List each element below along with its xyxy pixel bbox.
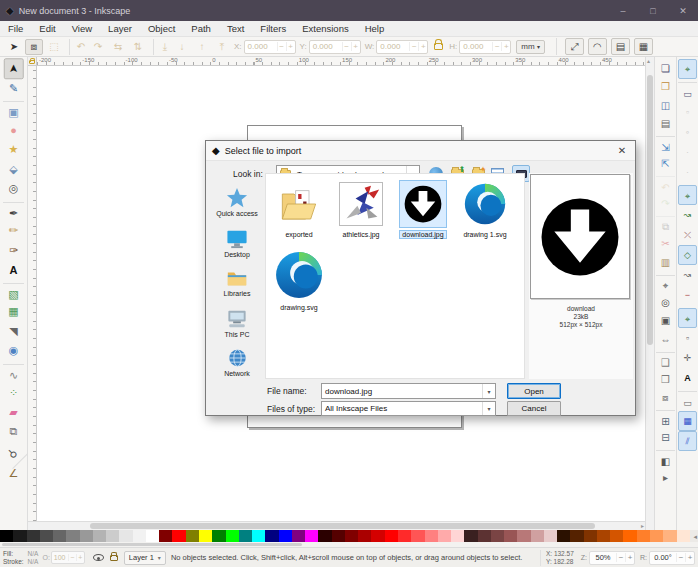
- snap-others-toggle[interactable]: ⌖: [678, 308, 697, 328]
- snap-bbox-centers-toggle[interactable]: ·: [678, 162, 697, 182]
- palette-swatch[interactable]: [544, 530, 557, 542]
- sidebar-item-network[interactable]: Network: [211, 347, 263, 378]
- snap-text-baseline-toggle[interactable]: A: [678, 368, 697, 388]
- flip-vertical-button[interactable]: ⇅: [129, 39, 147, 55]
- sidebar-item-quick-access[interactable]: Quick access: [211, 187, 263, 218]
- menu-help[interactable]: Help: [357, 23, 393, 34]
- flip-horizontal-button[interactable]: ⇆: [109, 39, 127, 55]
- width-field[interactable]: W: 0.000−+: [365, 40, 429, 54]
- vertical-scrollbar[interactable]: ▴: [645, 57, 654, 530]
- palette-scroll-left-icon[interactable]: ◂: [693, 533, 697, 541]
- rotation-control[interactable]: R: 0.00°−+: [638, 551, 695, 565]
- width-decrement-button[interactable]: −: [409, 42, 418, 51]
- palette-swatch[interactable]: [637, 530, 650, 542]
- layer-visibility-eye-icon[interactable]: [93, 554, 104, 561]
- palette-swatch[interactable]: [597, 530, 610, 542]
- palette-swatch[interactable]: [0, 530, 13, 542]
- file-name-input[interactable]: download.jpg ▾: [321, 383, 496, 399]
- snap-object-centers-toggle[interactable]: ▫: [678, 328, 697, 348]
- scale-corners-toggle[interactable]: ◠: [588, 38, 607, 55]
- dropper-tool[interactable]: ◥: [3, 322, 24, 342]
- palette-swatch[interactable]: [358, 530, 371, 542]
- palette-swatch[interactable]: [13, 530, 26, 542]
- raise-one-step-button[interactable]: ↑: [193, 39, 211, 55]
- palette-swatch[interactable]: [570, 530, 583, 542]
- sidebar-item-libraries[interactable]: Libraries: [211, 267, 263, 298]
- palette-swatch[interactable]: [119, 530, 132, 542]
- spray-tool[interactable]: ⁘: [3, 383, 24, 403]
- snap-grids-toggle[interactable]: ▦: [678, 411, 697, 431]
- move-patterns-toggle[interactable]: ▦: [634, 38, 653, 55]
- y-field[interactable]: Y: 0.000−+: [300, 40, 361, 54]
- snap-rotation-centers-toggle[interactable]: ✛: [678, 348, 697, 368]
- opacity-value[interactable]: 100: [52, 554, 68, 561]
- palette-swatch[interactable]: [66, 530, 79, 542]
- menu-layer[interactable]: Layer: [100, 23, 140, 34]
- palette-scrollbar-thumb[interactable]: [2, 543, 302, 546]
- rotation-increment-button[interactable]: +: [685, 553, 694, 562]
- snap-nodes-toggle[interactable]: ⌖: [678, 185, 697, 205]
- scale-stroke-toggle[interactable]: ⤢: [565, 38, 584, 55]
- y-decrement-button[interactable]: −: [342, 42, 351, 51]
- unit-select[interactable]: mm ▾: [516, 40, 545, 54]
- file-item-drawing[interactable]: drawing.svg: [269, 249, 329, 312]
- save-document-button[interactable]: ◫: [656, 96, 675, 115]
- height-decrement-button[interactable]: −: [492, 42, 501, 51]
- palette-swatch[interactable]: [40, 530, 53, 542]
- palette-swatch[interactable]: [517, 530, 530, 542]
- eraser-tool[interactable]: ▰: [3, 403, 24, 423]
- pen-tool[interactable]: ✒: [3, 202, 24, 222]
- bucket-tool[interactable]: ◉: [3, 341, 24, 361]
- commands-overflow-button[interactable]: ▸: [656, 469, 675, 488]
- snap-paths-toggle[interactable]: ↝: [678, 205, 697, 225]
- connector-tool[interactable]: ⧉: [3, 422, 24, 442]
- snap-page-border-toggle[interactable]: ▭: [678, 391, 697, 411]
- palette-swatch[interactable]: [252, 530, 265, 542]
- snap-bbox-edges-toggle[interactable]: ▫: [678, 102, 697, 122]
- new-document-button[interactable]: ❏: [656, 59, 675, 78]
- files-of-type-select[interactable]: All Inkscape Files ▾: [321, 401, 496, 416]
- duplicate-button[interactable]: ❑: [656, 352, 675, 371]
- palette-swatch[interactable]: [345, 530, 358, 542]
- palette-swatch[interactable]: [677, 530, 690, 542]
- node-tool[interactable]: ✎: [3, 79, 24, 99]
- scroll-up-icon[interactable]: ▴: [647, 57, 650, 64]
- menu-extensions[interactable]: Extensions: [294, 23, 356, 34]
- rectangle-tool[interactable]: ▣: [3, 101, 24, 121]
- lower-one-step-button[interactable]: ↓: [173, 39, 191, 55]
- file-item-download[interactable]: download.jpg: [393, 180, 453, 239]
- x-decrement-button[interactable]: −: [277, 42, 286, 51]
- lock-aspect-icon[interactable]: [434, 43, 443, 50]
- spiral-tool[interactable]: ◎: [3, 179, 24, 199]
- menu-filters[interactable]: Filters: [252, 23, 294, 34]
- snap-enable-toggle[interactable]: ⌖: [678, 59, 697, 79]
- ellipse-tool[interactable]: ●: [3, 121, 24, 141]
- x-field-value[interactable]: 0.000: [245, 42, 277, 51]
- menu-path[interactable]: Path: [183, 23, 219, 34]
- maximize-button[interactable]: □: [638, 6, 668, 16]
- palette-swatch[interactable]: [584, 530, 597, 542]
- print-document-button[interactable]: ▤: [656, 115, 675, 134]
- chevron-down-icon[interactable]: ▾: [482, 402, 495, 415]
- zoom-drawing-button[interactable]: ◎: [656, 293, 675, 312]
- file-item-athletics[interactable]: athletics.jpg: [331, 180, 391, 239]
- palette-swatch[interactable]: [491, 530, 504, 542]
- width-increment-button[interactable]: +: [418, 42, 427, 51]
- palette-swatch[interactable]: [650, 530, 663, 542]
- palette-swatch[interactable]: [332, 530, 345, 542]
- select-all-button[interactable]: ➤: [5, 39, 23, 55]
- zoom-selection-button[interactable]: ⌖: [656, 275, 675, 294]
- text-tool[interactable]: A: [3, 260, 24, 280]
- menu-edit[interactable]: Edit: [31, 23, 63, 34]
- x-field[interactable]: X: 0.000−+: [234, 40, 296, 54]
- palette-swatch[interactable]: [504, 530, 517, 542]
- open-document-button[interactable]: ❐: [656, 78, 675, 97]
- close-button[interactable]: ✕: [668, 6, 698, 16]
- snap-line-midpoints-toggle[interactable]: −: [678, 285, 697, 305]
- palette-swatch[interactable]: [451, 530, 464, 542]
- horizontal-ruler[interactable]: -200-150-100-500501001502002503003504004…: [37, 57, 645, 66]
- zoom-page-width-button[interactable]: ⇔: [656, 330, 675, 349]
- cut-button[interactable]: ✂: [656, 235, 675, 254]
- palette-swatch[interactable]: [172, 530, 185, 542]
- tweak-tool[interactable]: ∿: [3, 364, 24, 384]
